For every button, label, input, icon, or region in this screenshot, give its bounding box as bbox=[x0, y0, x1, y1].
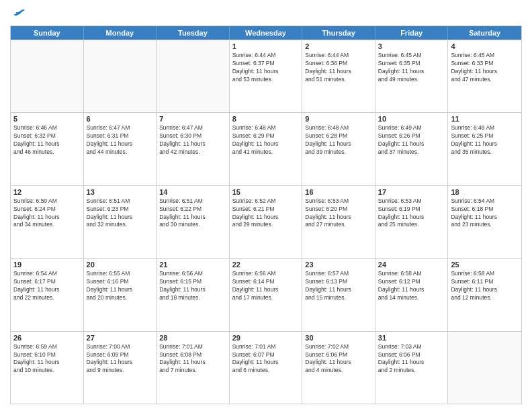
day-info: Sunrise: 6:55 AM Sunset: 6:16 PM Dayligh… bbox=[87, 270, 154, 302]
day-info: Sunrise: 6:56 AM Sunset: 6:15 PM Dayligh… bbox=[159, 270, 226, 302]
day-info: Sunrise: 6:52 AM Sunset: 6:21 PM Dayligh… bbox=[232, 197, 300, 230]
header bbox=[10, 7, 522, 20]
cal-cell-15: 15Sunrise: 6:52 AM Sunset: 6:21 PM Dayli… bbox=[230, 186, 303, 258]
cal-cell-empty-0-2 bbox=[157, 40, 230, 112]
cal-cell-25: 25Sunrise: 6:58 AM Sunset: 6:11 PM Dayli… bbox=[448, 259, 521, 330]
header-day-tuesday: Tuesday bbox=[157, 26, 230, 40]
page: SundayMondayTuesdayWednesdayThursdayFrid… bbox=[0, 0, 532, 411]
header-day-sunday: Sunday bbox=[11, 26, 84, 40]
day-info: Sunrise: 6:45 AM Sunset: 6:35 PM Dayligh… bbox=[378, 52, 445, 84]
day-number: 30 bbox=[305, 334, 372, 342]
header-day-wednesday: Wednesday bbox=[230, 26, 303, 40]
day-info: Sunrise: 6:56 AM Sunset: 6:14 PM Dayligh… bbox=[232, 270, 300, 302]
day-info: Sunrise: 6:47 AM Sunset: 6:30 PM Dayligh… bbox=[159, 124, 226, 156]
day-info: Sunrise: 6:50 AM Sunset: 6:24 PM Dayligh… bbox=[13, 197, 81, 230]
day-number: 27 bbox=[87, 334, 154, 342]
cal-cell-4: 4Sunrise: 6:45 AM Sunset: 6:33 PM Daylig… bbox=[448, 40, 521, 112]
day-number: 23 bbox=[305, 261, 372, 269]
cal-cell-19: 19Sunrise: 6:54 AM Sunset: 6:17 PM Dayli… bbox=[11, 259, 84, 330]
cal-cell-16: 16Sunrise: 6:53 AM Sunset: 6:20 PM Dayli… bbox=[302, 186, 375, 258]
day-info: Sunrise: 7:02 AM Sunset: 6:06 PM Dayligh… bbox=[305, 343, 372, 375]
day-number: 26 bbox=[13, 334, 81, 342]
day-info: Sunrise: 6:58 AM Sunset: 6:12 PM Dayligh… bbox=[378, 270, 445, 302]
day-number: 7 bbox=[159, 115, 226, 123]
cal-cell-2: 2Sunrise: 6:44 AM Sunset: 6:36 PM Daylig… bbox=[302, 40, 375, 112]
day-info: Sunrise: 6:54 AM Sunset: 6:17 PM Dayligh… bbox=[13, 270, 81, 302]
day-number: 25 bbox=[451, 261, 519, 269]
day-number: 20 bbox=[87, 261, 154, 269]
day-info: Sunrise: 6:51 AM Sunset: 6:22 PM Dayligh… bbox=[159, 197, 226, 230]
day-number: 2 bbox=[305, 42, 372, 50]
day-number: 31 bbox=[378, 334, 445, 342]
calendar-header: SundayMondayTuesdayWednesdayThursdayFrid… bbox=[11, 26, 521, 40]
day-number: 22 bbox=[232, 261, 300, 269]
day-info: Sunrise: 7:00 AM Sunset: 6:09 PM Dayligh… bbox=[87, 343, 154, 375]
day-number: 17 bbox=[378, 188, 445, 196]
header-day-monday: Monday bbox=[84, 26, 157, 40]
day-info: Sunrise: 6:44 AM Sunset: 6:36 PM Dayligh… bbox=[305, 52, 372, 84]
cal-cell-9: 9Sunrise: 6:48 AM Sunset: 6:28 PM Daylig… bbox=[302, 113, 375, 185]
day-number: 19 bbox=[13, 261, 81, 269]
day-number: 28 bbox=[159, 334, 226, 342]
day-number: 18 bbox=[451, 188, 519, 196]
cal-cell-empty-4-6 bbox=[448, 332, 521, 404]
day-number: 4 bbox=[451, 42, 519, 50]
day-number: 8 bbox=[232, 115, 300, 123]
cal-cell-31: 31Sunrise: 7:03 AM Sunset: 6:06 PM Dayli… bbox=[375, 332, 449, 404]
day-number: 24 bbox=[378, 261, 445, 269]
cal-cell-empty-0-0 bbox=[11, 40, 84, 112]
day-info: Sunrise: 7:01 AM Sunset: 6:07 PM Dayligh… bbox=[232, 343, 300, 375]
week-row-0: 1Sunrise: 6:44 AM Sunset: 6:37 PM Daylig… bbox=[11, 40, 521, 112]
header-day-thursday: Thursday bbox=[302, 26, 375, 40]
logo-bird-icon bbox=[11, 7, 25, 20]
cal-cell-30: 30Sunrise: 7:02 AM Sunset: 6:06 PM Dayli… bbox=[302, 332, 375, 404]
cal-cell-3: 3Sunrise: 6:45 AM Sunset: 6:35 PM Daylig… bbox=[375, 40, 449, 112]
day-info: Sunrise: 7:01 AM Sunset: 6:08 PM Dayligh… bbox=[159, 343, 226, 375]
header-day-saturday: Saturday bbox=[448, 26, 521, 40]
day-number: 12 bbox=[13, 188, 81, 196]
week-row-2: 12Sunrise: 6:50 AM Sunset: 6:24 PM Dayli… bbox=[11, 185, 521, 258]
day-info: Sunrise: 6:53 AM Sunset: 6:19 PM Dayligh… bbox=[378, 197, 445, 230]
day-info: Sunrise: 6:58 AM Sunset: 6:11 PM Dayligh… bbox=[451, 270, 519, 302]
day-number: 11 bbox=[451, 115, 519, 123]
cal-cell-12: 12Sunrise: 6:50 AM Sunset: 6:24 PM Dayli… bbox=[11, 186, 84, 258]
day-info: Sunrise: 6:46 AM Sunset: 6:32 PM Dayligh… bbox=[13, 124, 81, 156]
day-info: Sunrise: 6:49 AM Sunset: 6:26 PM Dayligh… bbox=[378, 124, 445, 156]
cal-cell-20: 20Sunrise: 6:55 AM Sunset: 6:16 PM Dayli… bbox=[84, 259, 157, 330]
cal-cell-13: 13Sunrise: 6:51 AM Sunset: 6:23 PM Dayli… bbox=[84, 186, 157, 258]
day-info: Sunrise: 6:57 AM Sunset: 6:13 PM Dayligh… bbox=[305, 270, 372, 302]
week-row-3: 19Sunrise: 6:54 AM Sunset: 6:17 PM Dayli… bbox=[11, 258, 521, 330]
calendar-body: 1Sunrise: 6:44 AM Sunset: 6:37 PM Daylig… bbox=[11, 40, 521, 404]
day-number: 6 bbox=[87, 115, 154, 123]
day-number: 10 bbox=[378, 115, 445, 123]
cal-cell-21: 21Sunrise: 6:56 AM Sunset: 6:15 PM Dayli… bbox=[157, 259, 230, 330]
day-info: Sunrise: 6:49 AM Sunset: 6:25 PM Dayligh… bbox=[451, 124, 519, 156]
cal-cell-18: 18Sunrise: 6:54 AM Sunset: 6:18 PM Dayli… bbox=[448, 186, 521, 258]
day-info: Sunrise: 6:54 AM Sunset: 6:18 PM Dayligh… bbox=[451, 197, 519, 230]
day-number: 13 bbox=[87, 188, 154, 196]
day-number: 5 bbox=[13, 115, 81, 123]
cal-cell-27: 27Sunrise: 7:00 AM Sunset: 6:09 PM Dayli… bbox=[84, 332, 157, 404]
day-number: 29 bbox=[232, 334, 300, 342]
day-number: 15 bbox=[232, 188, 300, 196]
day-number: 21 bbox=[159, 261, 226, 269]
day-info: Sunrise: 7:03 AM Sunset: 6:06 PM Dayligh… bbox=[378, 343, 445, 375]
week-row-4: 26Sunrise: 6:59 AM Sunset: 6:10 PM Dayli… bbox=[11, 331, 521, 404]
logo bbox=[10, 7, 25, 20]
cal-cell-8: 8Sunrise: 6:48 AM Sunset: 6:29 PM Daylig… bbox=[230, 113, 303, 185]
cal-cell-29: 29Sunrise: 7:01 AM Sunset: 6:07 PM Dayli… bbox=[230, 332, 303, 404]
cal-cell-24: 24Sunrise: 6:58 AM Sunset: 6:12 PM Dayli… bbox=[375, 259, 449, 330]
day-info: Sunrise: 6:53 AM Sunset: 6:20 PM Dayligh… bbox=[305, 197, 372, 230]
cal-cell-5: 5Sunrise: 6:46 AM Sunset: 6:32 PM Daylig… bbox=[11, 113, 84, 185]
cal-cell-26: 26Sunrise: 6:59 AM Sunset: 6:10 PM Dayli… bbox=[11, 332, 84, 404]
day-info: Sunrise: 6:44 AM Sunset: 6:37 PM Dayligh… bbox=[232, 52, 300, 84]
cal-cell-7: 7Sunrise: 6:47 AM Sunset: 6:30 PM Daylig… bbox=[157, 113, 230, 185]
cal-cell-17: 17Sunrise: 6:53 AM Sunset: 6:19 PM Dayli… bbox=[375, 186, 449, 258]
day-info: Sunrise: 6:45 AM Sunset: 6:33 PM Dayligh… bbox=[451, 52, 519, 84]
day-info: Sunrise: 6:48 AM Sunset: 6:29 PM Dayligh… bbox=[232, 124, 300, 156]
cal-cell-23: 23Sunrise: 6:57 AM Sunset: 6:13 PM Dayli… bbox=[302, 259, 375, 330]
day-info: Sunrise: 6:51 AM Sunset: 6:23 PM Dayligh… bbox=[87, 197, 154, 230]
day-number: 14 bbox=[159, 188, 226, 196]
day-number: 9 bbox=[305, 115, 372, 123]
day-number: 1 bbox=[232, 42, 300, 50]
